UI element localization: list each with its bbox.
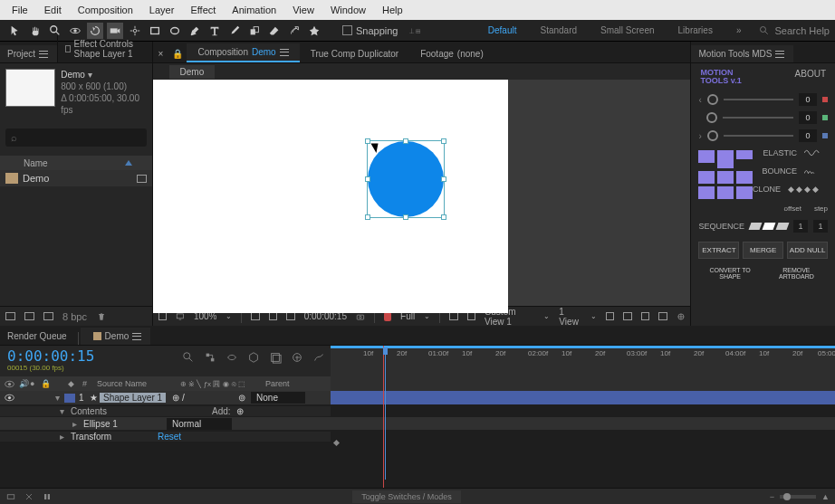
viewer-breadcrumb-item[interactable]: Demo [169,65,216,79]
new-folder-icon[interactable] [24,312,34,320]
zoom-in-icon[interactable]: ▲ [821,492,830,501]
project-tab[interactable]: Project [0,45,57,62]
shy-icon[interactable] [226,351,238,364]
layer-row[interactable]: ▾ 1 ★ Shape Layer 1 ⊕ / ⊚ None [0,391,835,404]
3d-view-icon[interactable] [467,312,475,320]
snap-opts-icon[interactable]: ⟂ ⊞ [409,26,421,35]
toggle-switches-button[interactable]: Toggle Switches / Modes [352,490,461,503]
parent-pick-icon[interactable]: ⊚ [238,393,251,403]
remove-artboard-button[interactable]: REMOVE ARTBOARD [765,264,828,282]
anchor-cell[interactable] [698,171,715,184]
pixel-aspect-icon[interactable] [606,312,614,320]
bounce-wave-icon[interactable] [804,167,821,175]
viewer-tab-comp[interactable]: Composition Demo [187,43,299,62]
add-null-button[interactable]: ADD NULL [787,242,828,259]
brush-tool-icon[interactable] [226,23,243,39]
slider-track[interactable] [724,99,793,100]
anchor-cell[interactable] [698,186,715,199]
menu-composition[interactable]: Composition [70,2,141,18]
merge-button[interactable]: MERGE [743,242,783,259]
mask-icon[interactable] [286,312,294,320]
viewer-tab-dup[interactable]: True Comp Duplicator [300,45,409,62]
tl-tab-menu-icon[interactable] [132,333,141,340]
help-search[interactable]: Search Help [759,25,830,36]
pen-tool-icon[interactable] [187,23,203,39]
layer-twirl-icon[interactable]: ▾ [53,393,61,403]
canvas-area[interactable] [153,80,691,306]
snapping-toggle[interactable]: Snapping ⟂ ⊞ [342,25,420,36]
interpret-footage-icon[interactable] [5,312,15,320]
playhead[interactable] [380,346,390,366]
prop-contents-row[interactable]: ▾ Contents Add: ⊕ [0,404,835,417]
sequence-step-input[interactable]: 1 [813,220,828,233]
layer-switch[interactable]: ⊕ [169,393,182,403]
selection-tool-icon[interactable] [7,23,24,39]
slider-value[interactable]: 0 [799,111,817,124]
axis-dot-icon[interactable] [822,115,828,120]
draft3d-icon[interactable] [247,351,260,364]
workspace-default[interactable]: Default [488,25,517,35]
zoom-out-icon[interactable]: − [770,492,774,501]
twirl-icon[interactable]: ▾ [58,406,65,416]
label-col-icon[interactable]: ◆ [68,379,79,388]
clone-dots-icon[interactable]: ◆◆◆◆ [788,185,821,194]
parent-dropdown[interactable]: None [251,392,305,404]
motion-blur-icon[interactable] [291,351,303,364]
layer-duration-bar[interactable] [331,391,835,404]
lock-col-icon[interactable]: 🔒 [41,379,48,388]
view-count[interactable]: 1 View [559,307,581,327]
blend-mode-dropdown[interactable]: Normal [167,418,232,430]
anchor-cell[interactable] [717,150,734,168]
ellipse-tool-icon[interactable] [167,23,183,39]
effect-controls-tab[interactable]: Effect Controls Shape Layer 1 [57,35,151,62]
tl-foot-icon[interactable] [5,491,16,502]
menu-view[interactable]: View [284,2,322,18]
layer-visibility-icon[interactable] [4,392,15,404]
layer-name[interactable]: Shape Layer 1 [100,393,166,403]
project-search[interactable]: ⌕ [5,128,147,147]
reset-button[interactable]: Reset [158,432,181,442]
slider-value[interactable]: 0 [799,93,817,106]
workspace-more-icon[interactable]: » [736,25,742,35]
twirl-icon[interactable]: ▸ [58,432,65,442]
label-icon[interactable] [137,175,147,183]
ease-dial-icon[interactable] [707,94,718,105]
ease-dial-icon[interactable] [706,112,717,123]
slider-track[interactable] [724,135,793,137]
tl-foot-icon[interactable] [42,491,53,502]
exposure-icon[interactable] [677,311,686,322]
twirl-icon[interactable]: ▸ [71,419,78,429]
prop-transform-row[interactable]: ▸ Transform Reset [0,430,835,442]
viewer-tab-footage[interactable]: Footage (none) [409,45,494,62]
frame-blend-icon[interactable] [269,351,282,364]
bpc-label[interactable]: 8 bpc [62,311,87,322]
eraser-tool-icon[interactable] [266,23,283,39]
motion-tools-tab[interactable]: Motion Tools MDS [691,45,793,62]
audio-col-icon[interactable]: 🔊 [19,379,26,388]
tl-foot-icon[interactable] [24,491,34,502]
workspace-small[interactable]: Small Screen [600,25,654,35]
menu-edit[interactable]: Edit [36,2,70,18]
flowchart-icon[interactable] [658,312,667,320]
composition-canvas[interactable] [153,80,508,313]
viewer-tab-menu-icon[interactable] [280,49,289,56]
axis-dot-icon[interactable] [822,133,828,138]
menu-animation[interactable]: Animation [224,2,284,18]
graph-editor-icon[interactable] [312,351,325,364]
snapping-checkbox-icon[interactable] [342,25,352,35]
nudge-right-icon[interactable]: › [698,131,701,141]
trash-icon[interactable] [96,311,107,322]
zoom-slider[interactable] [780,495,816,499]
solo-col-icon[interactable]: ● [30,379,37,388]
slider-track[interactable] [723,117,793,119]
project-columns-header[interactable]: Name [0,156,152,170]
search-tl-icon[interactable] [182,351,195,364]
time-ruler[interactable]: 10f 20f 01:00f 10f 20f 02:00f 10f 20f 03… [331,346,835,366]
slider-value[interactable]: 0 [799,129,817,142]
grid-icon[interactable] [251,312,259,320]
layer-label-icon[interactable] [64,394,75,403]
comp-mini-flow-icon[interactable] [204,351,216,364]
project-item-row[interactable]: Demo [0,170,152,186]
nudge-left-icon[interactable]: ‹ [698,95,701,105]
mt-menu-icon[interactable] [775,51,784,58]
